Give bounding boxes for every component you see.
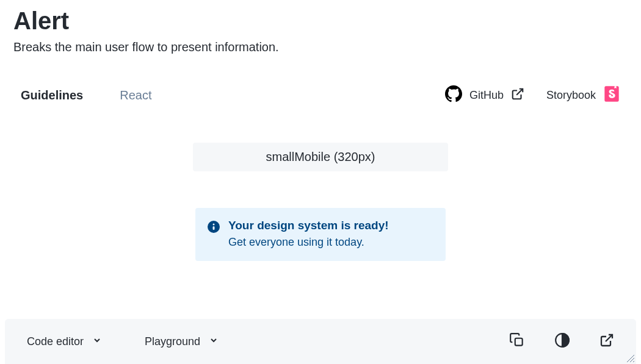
- page-description: Breaks the main user flow to present inf…: [13, 40, 628, 54]
- alert-content: Your design system is ready! Get everyon…: [228, 219, 430, 249]
- storybook-label: Storybook: [546, 89, 596, 102]
- bottom-right: [509, 332, 614, 351]
- tab-guidelines[interactable]: Guidelines: [21, 85, 83, 106]
- github-icon: [445, 85, 462, 105]
- storybook-icon: [603, 85, 620, 105]
- alert-title: Your design system is ready!: [228, 219, 430, 232]
- alert-text: Get everyone using it today.: [228, 236, 430, 249]
- nav-left: Guidelines React: [21, 85, 152, 106]
- playground-toggle[interactable]: Playground: [145, 335, 219, 348]
- svg-line-8: [627, 355, 634, 362]
- resize-handle-icon[interactable]: [626, 354, 635, 363]
- svg-line-0: [516, 89, 523, 95]
- svg-rect-5: [515, 338, 523, 346]
- external-icon[interactable]: [599, 333, 614, 350]
- nav-right: GitHub Storybook: [445, 85, 620, 105]
- bottom-bar: Code editor Playground: [5, 319, 636, 364]
- info-icon: [208, 219, 220, 249]
- playground-label: Playground: [145, 335, 200, 348]
- code-editor-toggle[interactable]: Code editor: [27, 335, 102, 348]
- bottom-left: Code editor Playground: [27, 335, 219, 348]
- external-link-icon: [511, 87, 524, 104]
- github-label: GitHub: [469, 89, 504, 102]
- page-title: Alert: [13, 6, 628, 35]
- preview-section: smallMobile (320px) Your design system i…: [13, 143, 628, 261]
- chevron-down-icon: [92, 335, 102, 348]
- svg-point-3: [213, 224, 215, 226]
- viewport-selector[interactable]: smallMobile (320px): [193, 143, 449, 171]
- svg-rect-4: [213, 226, 215, 230]
- contrast-icon[interactable]: [554, 332, 570, 351]
- chevron-down-icon: [209, 335, 219, 348]
- svg-line-7: [606, 335, 612, 341]
- storybook-link[interactable]: Storybook: [546, 85, 620, 105]
- copy-icon[interactable]: [509, 332, 525, 351]
- svg-line-10: [633, 361, 634, 362]
- code-editor-label: Code editor: [27, 335, 84, 348]
- github-link[interactable]: GitHub: [445, 85, 524, 105]
- alert-component: Your design system is ready! Get everyon…: [195, 208, 446, 261]
- nav-row: Guidelines React GitHub: [13, 85, 628, 106]
- tab-react[interactable]: React: [120, 85, 151, 106]
